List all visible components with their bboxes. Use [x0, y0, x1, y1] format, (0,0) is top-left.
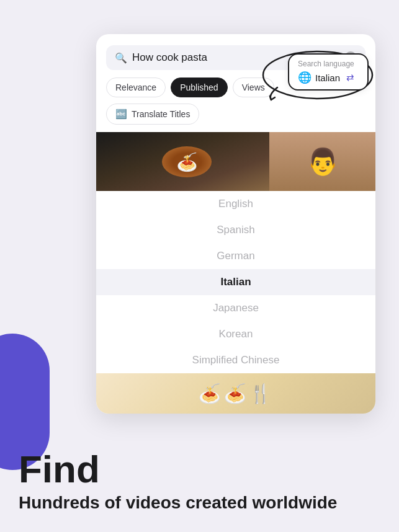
- lang-option-german[interactable]: German: [96, 243, 375, 269]
- filter-published[interactable]: Published: [171, 78, 228, 97]
- lang-option-simplified-chinese[interactable]: Simplified Chinese: [96, 347, 375, 373]
- lang-option-spanish[interactable]: Spanish: [96, 217, 375, 243]
- headline-find: Find: [19, 450, 337, 489]
- translate-row: 🔤 Translate Titles: [96, 104, 375, 132]
- search-language-value-row: 🌐 Italian ⇄: [298, 71, 354, 84]
- filter-relevance[interactable]: Relevance: [106, 78, 166, 97]
- main-card: 🔍 How cook pasta × Relevance Published V…: [96, 34, 375, 414]
- translate-icon: 🔤: [115, 109, 127, 120]
- filter-row: Relevance Published Views Search languag…: [96, 78, 375, 104]
- lang-option-italian[interactable]: Italian: [96, 269, 375, 295]
- bottom-section: Find Hundreds of videos created worldwid…: [19, 450, 337, 513]
- bottom-video-thumbnail[interactable]: 🍝🍝🍴: [96, 373, 375, 414]
- search-language-value: Italian: [315, 73, 340, 83]
- translate-titles-label: Translate Titles: [132, 109, 190, 119]
- lang-option-korean[interactable]: Korean: [96, 321, 375, 347]
- search-icon: 🔍: [115, 52, 127, 64]
- lang-option-japanese[interactable]: Japanese: [96, 295, 375, 321]
- language-picker: English Spanish German Italian Japanese …: [96, 191, 375, 373]
- search-language-callout[interactable]: Search language 🌐 Italian ⇄: [288, 53, 369, 91]
- globe-icon: 🌐: [298, 71, 312, 84]
- translate-titles-button[interactable]: 🔤 Translate Titles: [106, 104, 199, 125]
- filter-views[interactable]: Views: [233, 78, 274, 97]
- headline-subtext: Hundreds of videos created worldwide: [19, 492, 337, 513]
- pasta-image: [96, 132, 278, 191]
- lang-option-english[interactable]: English: [96, 191, 375, 217]
- pasta-garnish: [162, 146, 212, 177]
- search-language-label: Search language: [298, 60, 354, 68]
- swap-icon: ⇄: [346, 72, 354, 83]
- top-video-thumbnail[interactable]: 👨: [96, 132, 375, 191]
- person-thumbnail: 👨: [269, 132, 375, 191]
